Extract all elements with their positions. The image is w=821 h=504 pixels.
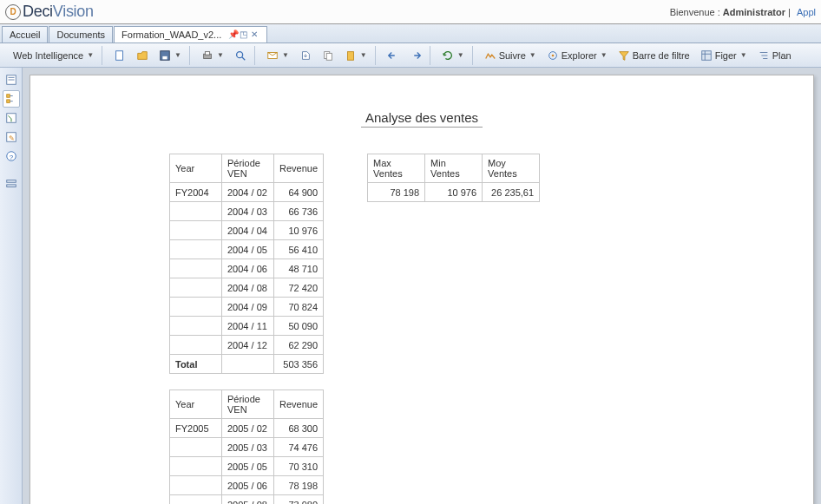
app-header: D DeciVision Bienvenue : Administrator |… (0, 0, 821, 24)
email-button[interactable]: ▼ (262, 47, 293, 64)
webi-label: Web Intelligence (13, 50, 83, 61)
nav-map-button[interactable] (3, 90, 20, 108)
export-group: ▼ ▼ (259, 46, 376, 65)
nav-summary-button[interactable] (3, 71, 20, 88)
cell-revenue: 73 980 (274, 495, 324, 505)
webi-group: Web Intelligence▼ (5, 46, 102, 65)
tab-documents[interactable]: Documents (49, 26, 113, 43)
cell-period: 2004 / 04 (222, 221, 274, 240)
nav-help-button[interactable]: ? (3, 147, 20, 165)
svg-text:?: ? (9, 154, 13, 161)
track-group: Suivre▼ Explorer▼ Barre de filtre Figer▼… (476, 46, 799, 65)
table-stats[interactable]: Max Ventes Min Ventes Moy Ventes 78 198 … (367, 154, 540, 202)
report-canvas[interactable]: Analyse des ventes Year Période VEN Reve… (23, 68, 821, 504)
freeze-button[interactable]: Figer▼ (696, 47, 752, 64)
cell-year (170, 278, 222, 298)
main-toolbar: Web Intelligence▼ ▼ ▼ ▼ ▼ ▼ Suivre▼ Expl… (0, 43, 821, 68)
history-group (379, 46, 430, 65)
table-header-row: Year Période VEN Revenue (170, 154, 324, 183)
suivre-button[interactable]: Suivre▼ (480, 47, 541, 64)
cell-revenue: 78 198 (274, 476, 324, 495)
side-panel: ✎ ? (0, 68, 23, 504)
cell-period: 2004 / 11 (222, 317, 274, 336)
chevron-down-icon: ▼ (457, 51, 464, 59)
cell-period: 2005 / 08 (222, 495, 274, 505)
paste-button[interactable]: ▼ (340, 47, 371, 64)
cell-min: 10 976 (425, 183, 483, 202)
filter-bar-button[interactable]: Barre de filtre (614, 47, 694, 64)
tab-label: Formation_WAAD_v2... (122, 29, 221, 40)
table-row: 2004 / 0970 824 (170, 298, 324, 317)
table-row: 78 198 10 976 26 235,61 (368, 183, 540, 202)
applications-link[interactable]: Appl (797, 7, 816, 17)
refresh-button[interactable]: ▼ (437, 47, 469, 64)
tab-home[interactable]: Accueil (2, 26, 48, 43)
svg-rect-2 (162, 56, 167, 59)
table-header-row: Max Ventes Min Ventes Moy Ventes (368, 154, 540, 183)
svg-rect-4 (205, 51, 209, 55)
table-fy2005[interactable]: Year Période VEN Revenue FY20052005 / 02… (169, 389, 324, 504)
cell-year (170, 317, 222, 336)
chevron-down-icon: ▼ (87, 51, 94, 59)
brand-prefix: Deci (23, 3, 53, 20)
close-icon[interactable]: ✕ (251, 30, 259, 39)
brand-text: DeciVision (23, 3, 94, 21)
col-year: Year (170, 390, 222, 419)
cell-year (170, 438, 222, 457)
col-year: Year (170, 154, 222, 183)
table-row: 2005 / 0678 198 (170, 476, 324, 495)
col-period: Période VEN (222, 154, 274, 183)
webi-menu[interactable]: Web Intelligence▼ (9, 48, 98, 63)
pin-icon[interactable]: 📌 (228, 30, 237, 39)
nav-data-button[interactable]: ✎ (3, 128, 20, 146)
tab-current-document[interactable]: Formation_WAAD_v2... 📌 ◳ ✕ (114, 26, 267, 43)
chevron-down-icon: ▼ (601, 51, 608, 59)
cell-empty (222, 355, 274, 374)
cell-period: 2004 / 08 (222, 278, 274, 298)
cell-revenue: 74 476 (274, 438, 324, 457)
cell-year (170, 298, 222, 317)
svg-rect-0 (116, 50, 123, 60)
chevron-down-icon: ▼ (282, 51, 289, 59)
cell-revenue: 66 736 (274, 202, 324, 221)
tables-container: Year Période VEN Revenue FY20042004 / 02… (169, 154, 778, 504)
cell-period: 2004 / 09 (222, 298, 274, 317)
brand-suffix: Vision (53, 3, 94, 20)
print-button[interactable]: ▼ (197, 47, 228, 64)
nav-filters-button[interactable] (3, 109, 20, 127)
explorer-button[interactable]: Explorer▼ (542, 47, 612, 64)
copy-button[interactable] (318, 47, 338, 64)
cell-period: 2005 / 02 (222, 419, 274, 438)
svg-point-5 (237, 51, 243, 57)
find-button[interactable] (230, 47, 251, 64)
cell-revenue: 50 090 (274, 317, 324, 336)
cell-year: FY2005 (170, 419, 222, 438)
export-button[interactable] (295, 47, 316, 64)
spacer (169, 374, 324, 389)
cell-max: 78 198 (368, 183, 425, 202)
explorer-label: Explorer (562, 50, 597, 61)
new-button[interactable] (109, 47, 130, 64)
outline-label: Plan (772, 50, 791, 61)
freeze-label: Figer (715, 50, 737, 61)
table-row: 2004 / 0410 976 (170, 221, 324, 240)
save-button[interactable]: ▼ (154, 47, 186, 64)
svg-rect-32 (6, 185, 16, 187)
cell-period: 2004 / 05 (222, 240, 274, 259)
nav-properties-button[interactable] (3, 175, 20, 193)
left-tables: Year Période VEN Revenue FY20042004 / 02… (169, 154, 324, 504)
table-row: 2005 / 0374 476 (170, 438, 324, 457)
cell-revenue: 48 710 (274, 259, 324, 278)
chevron-down-icon: ▼ (740, 51, 747, 59)
open-button[interactable] (132, 47, 153, 64)
outline-button[interactable]: Plan (753, 47, 796, 64)
cell-revenue: 72 420 (274, 278, 324, 298)
redo-button[interactable] (405, 47, 426, 64)
report-title: Analyse des ventes (361, 110, 483, 128)
popout-icon[interactable]: ◳ (240, 30, 248, 39)
table-row: 2004 / 1150 090 (170, 317, 324, 336)
cell-revenue: 64 900 (274, 183, 324, 202)
table-fy2004[interactable]: Year Période VEN Revenue FY20042004 / 02… (169, 154, 324, 374)
undo-button[interactable] (383, 47, 404, 64)
table-row: FY20042004 / 0264 900 (170, 183, 324, 202)
